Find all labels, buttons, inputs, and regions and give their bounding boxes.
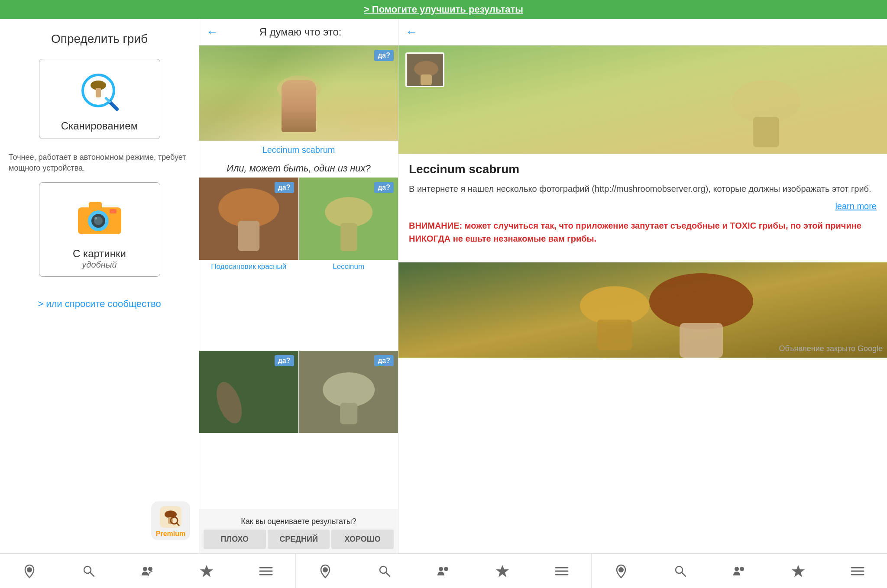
svg-point-57	[323, 567, 328, 572]
svg-rect-45	[680, 323, 723, 358]
rate-question: Как вы оцениваете результаты?	[204, 514, 394, 530]
svg-rect-36	[398, 45, 887, 154]
svg-line-59	[386, 572, 390, 576]
bg-overlay	[199, 45, 398, 141]
nav-menu-2[interactable]	[532, 554, 591, 588]
rate-medium-button[interactable]: СРЕДНИЙ	[268, 530, 330, 549]
svg-point-70	[740, 567, 744, 571]
middle-title: Я думаю что это:	[223, 26, 378, 38]
nav-location-3[interactable]	[592, 554, 651, 588]
nav-search-2[interactable]	[355, 554, 414, 588]
grid-item-4[interactable]: да?	[299, 351, 398, 433]
svg-line-4	[106, 98, 110, 102]
scan-option-box[interactable]: Сканированием	[39, 59, 160, 139]
nav-menu-3[interactable]	[828, 554, 887, 588]
scan-description: Точнее, работает в автономном режиме, тр…	[9, 152, 190, 174]
grid-name-2: Leccinum	[299, 260, 398, 274]
rate-bad-button[interactable]: ПЛОХО	[204, 530, 266, 549]
svg-rect-18	[292, 93, 305, 128]
camera-sublabel: удобный	[82, 260, 117, 270]
svg-marker-62	[496, 565, 509, 577]
nav-favorites-1[interactable]	[177, 554, 236, 588]
nav-section-1	[0, 554, 296, 588]
camera-option-box[interactable]: С картинки удобный	[39, 182, 160, 277]
nav-favorites-2[interactable]	[473, 554, 532, 588]
nav-location-2[interactable]	[296, 554, 355, 588]
left-panel: Определить гриб Сканированием Точн	[0, 19, 199, 553]
ad-label: Объявление закрыто Google	[779, 344, 883, 353]
grid-item-1[interactable]: да? Подосиновик красный	[199, 178, 298, 350]
grid-name-1: Подосиновик красный	[199, 260, 298, 274]
warning-text: ВНИМАНИЕ: может случиться так, что прило…	[409, 219, 877, 245]
svg-point-69	[735, 567, 739, 571]
main-da-badge[interactable]: да?	[374, 50, 394, 61]
nav-search-3[interactable]	[651, 554, 709, 588]
svg-rect-11	[110, 209, 117, 213]
grid-da-4: да?	[374, 355, 394, 366]
svg-point-51	[143, 567, 147, 571]
mushroom-description: В интернете я нашел несколько фотографий…	[409, 182, 877, 195]
learn-more-link[interactable]: learn more	[409, 201, 877, 211]
nav-search-1[interactable]	[59, 554, 118, 588]
middle-panel: ← Я думаю что это: да? Leccinum scabrum …	[199, 19, 398, 553]
nav-section-3	[592, 554, 887, 588]
rate-buttons: ПЛОХО СРЕДНИЙ ХОРОШО	[204, 530, 394, 549]
scan-svg	[76, 68, 123, 116]
grid-da-3: да?	[275, 355, 294, 366]
svg-point-48	[27, 567, 32, 572]
top-bar: > Помогите улучшить результаты	[0, 0, 887, 19]
svg-point-44	[649, 273, 753, 330]
svg-rect-38	[753, 117, 779, 147]
svg-marker-53	[200, 565, 213, 577]
nav-section-2	[296, 554, 592, 588]
rate-good-button[interactable]: ХОРОШО	[331, 530, 394, 549]
right-panel: ←	[398, 19, 887, 553]
nav-community-2[interactable]	[414, 554, 473, 588]
svg-point-40	[414, 61, 438, 77]
nav-community-1[interactable]	[118, 554, 177, 588]
nav-favorites-3[interactable]	[769, 554, 828, 588]
right-back-arrow[interactable]: ←	[405, 25, 418, 39]
svg-point-66	[618, 567, 624, 572]
improve-results-link[interactable]: > Помогите улучшить результаты	[364, 4, 523, 15]
main-mushroom-image	[199, 45, 398, 141]
grid-da-1: да?	[275, 182, 294, 193]
nav-location-1[interactable]	[0, 554, 59, 588]
main-mushroom-container: да?	[199, 45, 398, 141]
svg-line-50	[90, 572, 94, 576]
grid-item-2[interactable]: да? Leccinum	[299, 178, 398, 350]
grid-da-2: да?	[374, 182, 394, 193]
premium-text: Premium	[156, 530, 185, 538]
scan-label: Сканированием	[61, 120, 138, 132]
svg-line-68	[682, 572, 686, 576]
bottom-nav	[0, 553, 887, 588]
premium-icon	[158, 504, 184, 530]
camera-icon	[74, 191, 126, 243]
scan-icon	[76, 68, 123, 116]
svg-rect-41	[421, 74, 432, 85]
mushroom-grid: да? Подосиновик красный да? Leccinum	[199, 178, 398, 509]
middle-footer: Как вы оцениваете результаты? ПЛОХО СРЕД…	[199, 509, 398, 553]
right-panel-header: ←	[398, 19, 887, 45]
camera-svg	[76, 198, 123, 237]
svg-line-3	[110, 102, 117, 109]
svg-point-52	[148, 567, 152, 571]
svg-point-60	[439, 567, 443, 571]
community-link[interactable]: > или спросите сообщество	[38, 298, 161, 310]
nav-menu-1[interactable]	[236, 554, 295, 588]
left-panel-title: Определить гриб	[51, 32, 148, 46]
bottom-ad-image: Объявление закрыто Google	[398, 262, 887, 358]
svg-rect-47	[597, 320, 632, 350]
middle-back-arrow[interactable]: ←	[206, 25, 218, 39]
svg-point-19	[290, 89, 308, 97]
scientific-name: Leccinum scabrum	[409, 162, 877, 176]
camera-label: С картинки	[73, 248, 126, 260]
premium-badge[interactable]: Premium	[151, 501, 190, 540]
svg-point-9	[94, 217, 97, 220]
nav-community-3[interactable]	[710, 554, 769, 588]
grid-item-3[interactable]: да?	[199, 351, 298, 433]
main-mushroom-name[interactable]: Leccinum scabrum	[199, 141, 398, 159]
right-main-image	[398, 45, 887, 154]
svg-point-61	[444, 567, 448, 571]
svg-rect-10	[89, 202, 102, 209]
